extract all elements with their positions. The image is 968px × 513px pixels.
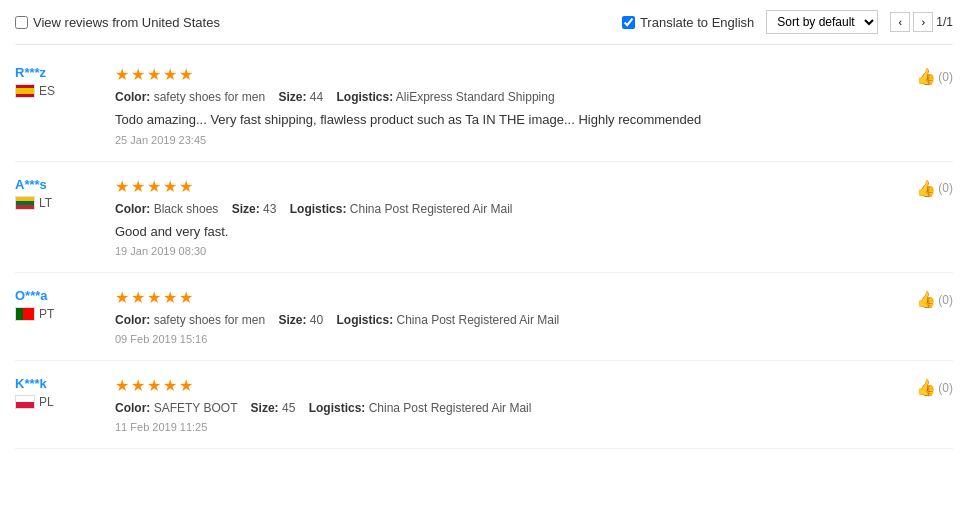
review-actions: 👍 (0) bbox=[903, 288, 953, 345]
review-item: R***z ES ★★★★★ Color: safety shoes for m… bbox=[15, 50, 953, 162]
color-value: safety shoes for men bbox=[154, 90, 265, 104]
review-item: O***a PT ★★★★★ Color: safety shoes for m… bbox=[15, 273, 953, 361]
like-count: (0) bbox=[938, 70, 953, 84]
logistics-label: Logistics: bbox=[290, 202, 347, 216]
translate-text: Translate to English bbox=[640, 15, 754, 30]
color-value: Black shoes bbox=[154, 202, 219, 216]
star-icon: ★ bbox=[163, 65, 177, 84]
star-icon: ★ bbox=[131, 65, 145, 84]
country-flag: PL bbox=[15, 395, 105, 409]
size-label: Size: bbox=[251, 401, 279, 415]
star-icon: ★ bbox=[179, 376, 193, 395]
review-text: Good and very fast. bbox=[115, 222, 893, 242]
star-icon: ★ bbox=[147, 177, 161, 196]
star-icon: ★ bbox=[163, 376, 177, 395]
filter-us-reviews-checkbox[interactable] bbox=[15, 16, 28, 29]
review-actions: 👍 (0) bbox=[903, 376, 953, 433]
star-icon: ★ bbox=[131, 376, 145, 395]
star-icon: ★ bbox=[115, 177, 129, 196]
top-bar-right: Translate to English Sort by default ‹ ›… bbox=[622, 10, 953, 34]
review-date: 25 Jan 2019 23:45 bbox=[115, 134, 893, 146]
review-content: ★★★★★ Color: SAFETY BOOT Size: 45 Logist… bbox=[105, 376, 903, 433]
color-label: Color: bbox=[115, 90, 150, 104]
sort-select[interactable]: Sort by default bbox=[766, 10, 878, 34]
country-flag: ES bbox=[15, 84, 105, 98]
review-content: ★★★★★ Color: safety shoes for men Size: … bbox=[105, 65, 903, 146]
review-list: R***z ES ★★★★★ Color: safety shoes for m… bbox=[15, 50, 953, 449]
review-date: 11 Feb 2019 11:25 bbox=[115, 421, 893, 433]
size-value: 40 bbox=[310, 313, 323, 327]
pagination: ‹ › 1/1 bbox=[890, 12, 953, 32]
star-icon: ★ bbox=[131, 177, 145, 196]
review-date: 09 Feb 2019 15:16 bbox=[115, 333, 893, 345]
star-icon: ★ bbox=[163, 177, 177, 196]
color-label: Color: bbox=[115, 202, 150, 216]
translate-label[interactable]: Translate to English bbox=[622, 15, 754, 30]
reviewer-info: O***a PT bbox=[15, 288, 105, 345]
translate-checkbox[interactable] bbox=[622, 16, 635, 29]
size-label: Size: bbox=[278, 90, 306, 104]
like-button[interactable]: 👍 (0) bbox=[916, 290, 953, 309]
star-icon: ★ bbox=[147, 288, 161, 307]
review-meta: Color: safety shoes for men Size: 40 Log… bbox=[115, 313, 893, 327]
country-flag: LT bbox=[15, 196, 105, 210]
reviewer-info: R***z ES bbox=[15, 65, 105, 146]
like-button[interactable]: 👍 (0) bbox=[916, 378, 953, 397]
like-button[interactable]: 👍 (0) bbox=[916, 67, 953, 86]
like-button[interactable]: 👍 (0) bbox=[916, 179, 953, 198]
star-icon: ★ bbox=[147, 65, 161, 84]
review-item: A***s LT ★★★★★ Color: Black shoes Size: bbox=[15, 162, 953, 274]
logistics-label: Logistics: bbox=[309, 401, 366, 415]
review-meta: Color: SAFETY BOOT Size: 45 Logistics: C… bbox=[115, 401, 893, 415]
color-label: Color: bbox=[115, 313, 150, 327]
star-icon: ★ bbox=[147, 376, 161, 395]
country-flag: PT bbox=[15, 307, 105, 321]
like-count: (0) bbox=[938, 293, 953, 307]
country-code: PL bbox=[39, 395, 54, 409]
star-icon: ★ bbox=[179, 177, 193, 196]
top-bar-left: View reviews from United States bbox=[15, 15, 220, 30]
logistics-value: China Post Registered Air Mail bbox=[369, 401, 532, 415]
flag-icon bbox=[15, 395, 35, 409]
star-icon: ★ bbox=[115, 288, 129, 307]
page-info: 1/1 bbox=[936, 15, 953, 29]
review-content: ★★★★★ Color: Black shoes Size: 43 Logist… bbox=[105, 177, 903, 258]
filter-us-reviews-label[interactable]: View reviews from United States bbox=[15, 15, 220, 30]
top-bar: View reviews from United States Translat… bbox=[15, 10, 953, 45]
page-next-button[interactable]: › bbox=[913, 12, 933, 32]
reviewer-name: O***a bbox=[15, 288, 105, 303]
review-item: K***k PL ★★★★★ Color: SAFETY BOOT Size: bbox=[15, 361, 953, 449]
country-code: ES bbox=[39, 84, 55, 98]
like-count: (0) bbox=[938, 381, 953, 395]
star-rating: ★★★★★ bbox=[115, 376, 893, 395]
page-prev-button[interactable]: ‹ bbox=[890, 12, 910, 32]
logistics-label: Logistics: bbox=[336, 90, 393, 104]
star-icon: ★ bbox=[179, 288, 193, 307]
logistics-label: Logistics: bbox=[336, 313, 393, 327]
thumbs-up-icon: 👍 bbox=[916, 67, 936, 86]
size-value: 45 bbox=[282, 401, 295, 415]
reviewer-name: R***z bbox=[15, 65, 105, 80]
country-code: LT bbox=[39, 196, 52, 210]
star-rating: ★★★★★ bbox=[115, 65, 893, 84]
thumbs-up-icon: 👍 bbox=[916, 290, 936, 309]
flag-icon bbox=[15, 307, 35, 321]
thumbs-up-icon: 👍 bbox=[916, 378, 936, 397]
review-content: ★★★★★ Color: safety shoes for men Size: … bbox=[105, 288, 903, 345]
size-value: 44 bbox=[310, 90, 323, 104]
logistics-value: China Post Registered Air Mail bbox=[350, 202, 513, 216]
color-value: safety shoes for men bbox=[154, 313, 265, 327]
review-actions: 👍 (0) bbox=[903, 177, 953, 258]
reviewer-info: A***s LT bbox=[15, 177, 105, 258]
review-actions: 👍 (0) bbox=[903, 65, 953, 146]
review-text: Todo amazing... Very fast shipping, flaw… bbox=[115, 110, 893, 130]
reviewer-info: K***k PL bbox=[15, 376, 105, 433]
thumbs-up-icon: 👍 bbox=[916, 179, 936, 198]
review-meta: Color: Black shoes Size: 43 Logistics: C… bbox=[115, 202, 893, 216]
country-code: PT bbox=[39, 307, 54, 321]
logistics-value: AliExpress Standard Shipping bbox=[396, 90, 555, 104]
review-date: 19 Jan 2019 08:30 bbox=[115, 245, 893, 257]
like-count: (0) bbox=[938, 181, 953, 195]
star-icon: ★ bbox=[131, 288, 145, 307]
star-icon: ★ bbox=[179, 65, 193, 84]
